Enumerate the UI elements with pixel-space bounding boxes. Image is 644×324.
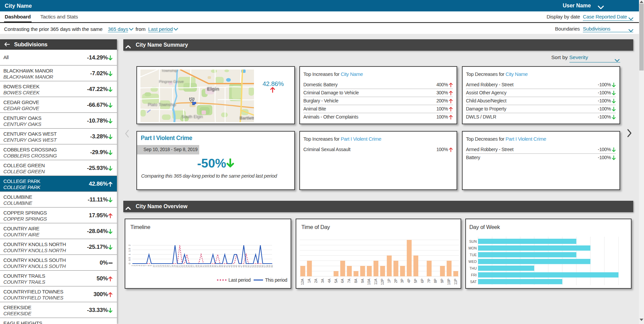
svg-text:1: 1 (131, 265, 133, 266)
svg-text:2P: 2P (394, 279, 398, 283)
svg-text:55: 55 (259, 265, 261, 268)
svg-text:12: 12 (157, 265, 160, 268)
svg-text:47: 47 (240, 265, 243, 268)
svg-text:15: 15 (164, 265, 167, 268)
svg-text:20: 20 (176, 265, 178, 268)
svg-text:11: 11 (155, 265, 157, 267)
svg-text:Plato Township: Plato Township (148, 102, 176, 107)
svg-text:11P: 11P (454, 279, 458, 285)
svg-text:2A: 2A (314, 279, 318, 283)
svg-text:0.5: 0.5 (128, 257, 131, 261)
svg-text:3P: 3P (400, 279, 404, 283)
svg-text:42: 42 (228, 265, 230, 268)
svg-text:60: 60 (271, 265, 273, 268)
svg-text:6: 6 (143, 265, 145, 266)
svg-text:1P: 1P (387, 279, 391, 283)
svg-text:32: 32 (205, 265, 207, 268)
svg-text:49: 49 (245, 265, 247, 268)
svg-text:This period: This period (265, 277, 287, 283)
svg-text:37: 37 (216, 265, 219, 268)
svg-text:10: 10 (153, 265, 155, 268)
svg-text:34: 34 (209, 265, 212, 268)
svg-text:6P: 6P (420, 279, 424, 283)
svg-text:1: 1 (128, 253, 131, 255)
svg-text:19: 19 (174, 265, 176, 268)
svg-text:THU: THU (469, 266, 477, 270)
svg-text:57: 57 (264, 265, 266, 268)
svg-text:54: 54 (257, 265, 259, 268)
svg-text:WED: WED (469, 260, 477, 264)
svg-text:SUN: SUN (469, 239, 477, 243)
svg-text:45: 45 (235, 265, 238, 268)
svg-text:22: 22 (181, 265, 183, 268)
svg-text:44: 44 (233, 265, 235, 268)
svg-text:12P: 12P (380, 279, 384, 285)
svg-text:27: 27 (192, 265, 195, 268)
svg-text:7: 7 (145, 265, 147, 266)
svg-text:20: 20 (190, 98, 193, 101)
svg-text:10P: 10P (447, 279, 451, 285)
svg-text:16: 16 (167, 265, 169, 268)
svg-text:52: 52 (252, 265, 254, 268)
svg-text:43: 43 (230, 265, 233, 268)
svg-text:6A: 6A (340, 279, 344, 283)
svg-text:2: 2 (133, 265, 136, 266)
svg-text:40: 40 (223, 265, 226, 268)
svg-text:Bartlett: Bartlett (240, 116, 254, 121)
svg-text:36: 36 (214, 265, 216, 268)
svg-text:4P: 4P (407, 279, 411, 283)
svg-text:14: 14 (162, 265, 164, 268)
svg-text:Pingree Grove: Pingree Grove (159, 80, 184, 84)
svg-text:12A: 12A (300, 279, 304, 285)
svg-text:26: 26 (190, 265, 192, 268)
svg-text:11A: 11A (374, 279, 378, 285)
svg-text:8A: 8A (354, 279, 358, 283)
svg-text:Elgin: Elgin (207, 86, 219, 92)
svg-text:9A: 9A (360, 279, 364, 283)
svg-text:13: 13 (160, 265, 162, 268)
svg-text:30: 30 (200, 265, 202, 268)
svg-text:21: 21 (178, 265, 181, 268)
svg-text:4: 4 (138, 265, 140, 266)
svg-text:2: 2 (128, 244, 131, 246)
svg-text:18: 18 (171, 265, 174, 268)
svg-text:5: 5 (140, 265, 143, 266)
svg-text:24: 24 (185, 265, 188, 268)
svg-text:5P: 5P (414, 279, 418, 283)
svg-text:23: 23 (183, 265, 185, 268)
svg-text:31: 31 (202, 265, 205, 268)
svg-text:39: 39 (221, 265, 223, 268)
svg-text:51: 51 (250, 265, 252, 268)
svg-text:10A: 10A (367, 279, 371, 285)
svg-text:58: 58 (266, 265, 268, 268)
svg-text:46: 46 (238, 265, 240, 268)
svg-text:53: 53 (254, 265, 257, 268)
svg-text:5A: 5A (334, 279, 338, 283)
svg-text:3A: 3A (320, 279, 325, 283)
svg-text:17: 17 (169, 265, 171, 268)
svg-text:9P: 9P (440, 279, 444, 283)
svg-text:SAT: SAT (470, 280, 477, 284)
svg-text:9: 9 (150, 265, 152, 266)
svg-text:3: 3 (136, 265, 138, 266)
svg-text:0: 0 (128, 263, 131, 264)
svg-text:South Elgin: South Elgin (181, 114, 203, 119)
svg-text:FRI: FRI (471, 273, 477, 277)
svg-text:Township: Township (161, 70, 177, 73)
svg-text:MON: MON (469, 246, 477, 250)
svg-text:59: 59 (268, 265, 271, 268)
svg-text:29: 29 (198, 265, 200, 268)
svg-text:7A: 7A (347, 279, 351, 283)
svg-text:38: 38 (219, 265, 221, 268)
svg-text:7P: 7P (427, 279, 431, 283)
svg-text:TUE: TUE (470, 253, 477, 257)
svg-text:25: 25 (188, 265, 190, 268)
svg-text:48: 48 (243, 265, 245, 268)
svg-text:8: 8 (147, 265, 150, 266)
svg-text:41: 41 (226, 265, 228, 268)
svg-text:Last period: Last period (228, 277, 251, 283)
svg-text:56: 56 (261, 265, 264, 268)
svg-text:1A: 1A (307, 279, 311, 283)
svg-text:1.5: 1.5 (128, 248, 131, 252)
svg-text:28: 28 (195, 265, 198, 268)
